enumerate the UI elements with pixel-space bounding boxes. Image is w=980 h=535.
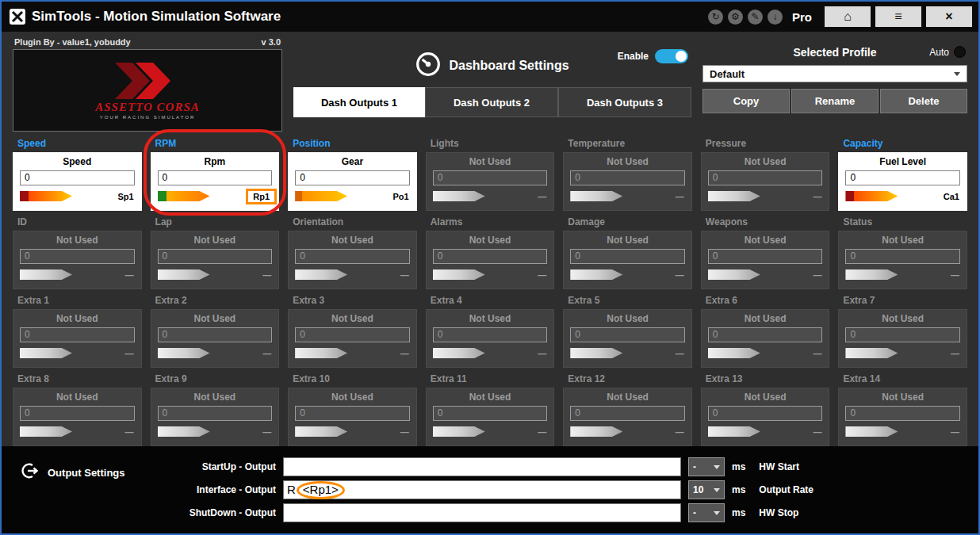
output-cell-damage: DamageNot Used0— <box>563 216 692 289</box>
code-label: — <box>400 427 409 437</box>
output-cell-position: PositionGear0Po1 <box>288 138 417 211</box>
card-title: Not Used <box>702 231 829 246</box>
group-label: Extra 2 <box>151 295 280 309</box>
value-input[interactable]: 0 <box>158 249 273 264</box>
assetto-corsa-logo-icon <box>88 61 207 104</box>
plugin-version: v 3.0 <box>262 37 281 47</box>
value-input[interactable]: 0 <box>433 249 548 264</box>
output-card: Not Used0— <box>288 231 417 289</box>
value-input[interactable]: 0 <box>708 327 823 342</box>
dashboard-settings-title: Dashboard Settings <box>449 59 568 73</box>
value-input[interactable]: 0 <box>295 406 410 421</box>
card-title: Fuel Level <box>839 153 967 168</box>
card-title: Not Used <box>289 310 416 325</box>
shutdown-output-input[interactable] <box>283 503 681 522</box>
card-title: Not Used <box>151 388 279 403</box>
code-label: — <box>125 427 134 437</box>
value-input[interactable]: 0 <box>20 406 135 421</box>
startup-rate-select[interactable]: - <box>688 457 725 476</box>
output-cell-extra-10: Extra 10Not Used0— <box>288 373 417 446</box>
value-input[interactable]: 0 <box>845 327 960 342</box>
value-input[interactable]: 0 <box>570 249 685 264</box>
group-label: Extra 4 <box>426 295 555 309</box>
value-input[interactable]: 0 <box>570 170 685 185</box>
output-card: Fuel Level0Ca1 <box>838 152 967 211</box>
enable-toggle[interactable] <box>655 49 688 63</box>
group-label: Extra 8 <box>13 373 142 388</box>
startup-output-label: StartUp - Output <box>157 461 276 472</box>
value-input[interactable]: 0 <box>295 249 410 264</box>
card-title: Not Used <box>427 310 554 325</box>
card-title: Not Used <box>151 231 279 246</box>
copy-button[interactable]: Copy <box>702 89 790 113</box>
shutdown-output-row: ShutDown - Output - ms HW Stop <box>157 503 813 522</box>
output-cell-extra-4: Extra 4Not Used0— <box>426 295 555 368</box>
output-cell-rpm: RPMRpm0Rp1 <box>151 138 280 211</box>
gear-icon[interactable]: ⚙ <box>728 10 743 25</box>
startup-output-input[interactable] <box>283 457 681 476</box>
value-input[interactable]: 0 <box>845 249 960 264</box>
group-label: Speed <box>13 138 142 152</box>
interface-output-label: Interface - Output <box>157 484 276 495</box>
value-input[interactable]: 0 <box>20 170 135 185</box>
home-button[interactable]: ⌂ <box>825 6 871 27</box>
value-input[interactable]: 0 <box>20 249 135 264</box>
output-cell-extra-11: Extra 11Not Used0— <box>426 373 555 446</box>
game-logo-box: ASSETTO CORSA YOUR RACING SIMULATOR <box>13 49 282 132</box>
interface-output-input[interactable]: R <Rp1> <box>283 480 681 499</box>
card-title: Not Used <box>564 310 691 325</box>
value-input[interactable]: 0 <box>158 170 273 185</box>
chevron-down-icon <box>954 72 960 76</box>
value-input[interactable]: 0 <box>295 170 410 185</box>
value-input[interactable]: 0 <box>433 327 548 342</box>
value-input[interactable]: 0 <box>845 406 960 421</box>
output-card: Not Used0— <box>838 388 967 446</box>
card-title: Not Used <box>564 388 691 403</box>
value-input[interactable]: 0 <box>708 170 823 185</box>
group-label: Extra 1 <box>13 295 142 309</box>
code-label: — <box>676 192 684 201</box>
interface-output-row: Interface - Output R <Rp1> 10 ms Output … <box>157 480 813 499</box>
value-input[interactable]: 0 <box>845 170 960 185</box>
auto-indicator[interactable] <box>954 46 966 58</box>
output-cell-extra-5: Extra 5Not Used0— <box>563 295 692 368</box>
tab-dash-outputs-3[interactable]: Dash Outputs 3 <box>558 87 691 117</box>
shutdown-rate-select[interactable]: - <box>688 503 725 522</box>
tab-dash-outputs-2[interactable]: Dash Outputs 2 <box>425 87 558 117</box>
gauge-icon <box>415 52 441 80</box>
refresh-icon[interactable]: ↻ <box>708 10 723 25</box>
group-label: Position <box>288 138 417 152</box>
value-input[interactable]: 0 <box>20 327 135 342</box>
value-input[interactable]: 0 <box>708 406 823 421</box>
output-rate-label: Output Rate <box>759 484 813 495</box>
profile-dropdown[interactable]: Default <box>702 65 967 82</box>
output-card: Not Used0— <box>563 152 692 211</box>
shutdown-rate-value: - <box>693 507 696 518</box>
output-icon <box>21 461 40 483</box>
value-input[interactable]: 0 <box>433 170 548 185</box>
edit-icon[interactable]: ✎ <box>748 10 763 25</box>
output-cell-extra-8: Extra 8Not Used0— <box>13 373 142 446</box>
menu-button[interactable]: ≡ <box>875 6 921 27</box>
code-label: — <box>125 270 134 280</box>
tab-dash-outputs-1[interactable]: Dash Outputs 1 <box>293 87 425 117</box>
card-title: Not Used <box>151 310 279 325</box>
value-input[interactable]: 0 <box>570 327 685 342</box>
level-bar <box>20 269 72 280</box>
value-input[interactable]: 0 <box>570 406 685 421</box>
card-title: Rpm <box>151 153 279 168</box>
value-input[interactable]: 0 <box>158 327 273 342</box>
output-rate-select[interactable]: 10 <box>688 480 725 499</box>
delete-button[interactable]: Delete <box>880 89 967 113</box>
value-input[interactable]: 0 <box>708 249 823 264</box>
close-button[interactable]: × <box>926 6 972 27</box>
download-icon[interactable]: ↓ <box>768 10 783 25</box>
output-card: Not Used0— <box>426 231 555 289</box>
card-title: Not Used <box>702 310 829 325</box>
card-title: Not Used <box>839 231 967 246</box>
value-input[interactable]: 0 <box>295 327 410 342</box>
card-title: Not Used <box>427 153 554 168</box>
value-input[interactable]: 0 <box>433 406 548 421</box>
value-input[interactable]: 0 <box>158 406 273 421</box>
rename-button[interactable]: Rename <box>791 89 879 113</box>
